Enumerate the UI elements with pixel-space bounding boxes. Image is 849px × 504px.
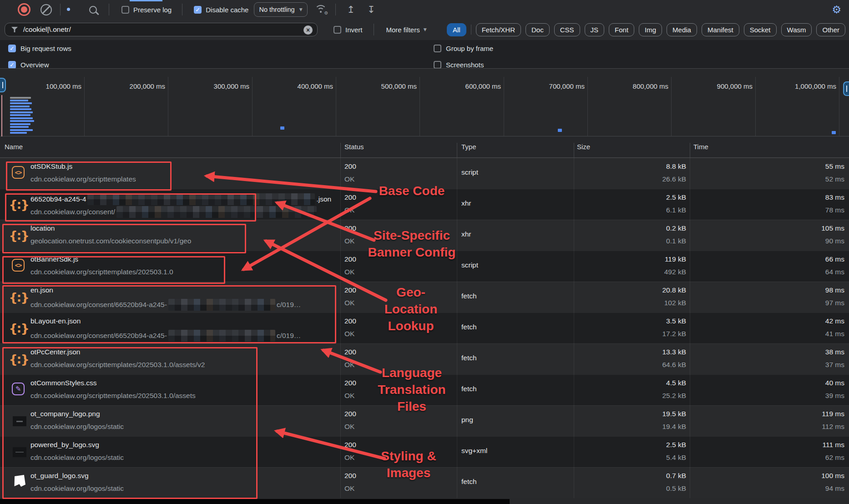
request-size-transferred: 492 kB (664, 268, 686, 276)
network-toolbar: Preserve log ✓ Disable cache No throttli… (0, 0, 849, 20)
request-type: xhr (461, 230, 471, 238)
request-row[interactable]: ot_company_logo.png cdn.cookielaw.org/lo… (0, 405, 849, 436)
request-name: otPcCenter.json (30, 348, 80, 356)
invert-checkbox[interactable]: Invert (334, 26, 363, 34)
column-divider (574, 158, 574, 498)
status-text: OK (344, 392, 354, 400)
timeline-tick: 900,000 ms (684, 82, 753, 90)
request-row[interactable]: <> otBannerSdk.js cdn.cookielaw.org/scri… (0, 251, 849, 282)
big-request-rows-checkbox[interactable]: ✓ Big request rows (8, 45, 71, 52)
request-row[interactable]: {:} 66520b94-a245-4.json cdn.cookielaw.o… (0, 189, 849, 220)
status-code: 200 (344, 472, 356, 480)
screenshots-checkbox[interactable]: Screenshots (434, 61, 484, 69)
filter-pill-other[interactable]: Other (816, 23, 845, 36)
timeline-tick: 1,000,000 ms (768, 82, 836, 90)
request-size: 2.5 kB (666, 193, 686, 202)
timeline-tick: 800,000 ms (600, 82, 668, 90)
import-har-icon[interactable]: ↥ (347, 5, 355, 14)
request-row[interactable]: {:} otPcCenter.json cdn.cookielaw.org/sc… (0, 343, 849, 374)
throttling-value: No throttling (259, 6, 294, 13)
filter-input[interactable]: /cookiel|\.onetr/ × (5, 23, 318, 36)
network-conditions-icon[interactable]: ⚙ (315, 5, 327, 14)
request-row[interactable]: ot_guard_logo.svg cdn.cookielaw.org/logo… (0, 467, 849, 498)
json-file-icon: {:} (11, 225, 26, 246)
column-header-type[interactable]: Type (461, 143, 476, 151)
filter-pill-socket[interactable]: Socket (744, 23, 777, 36)
request-url: cdn.cookielaw.org/scripttemplates/202503… (30, 268, 173, 276)
group-by-frame-checkbox[interactable]: Group by frame (434, 45, 493, 52)
funnel-icon (11, 27, 18, 32)
request-row[interactable]: {:} en.json cdn.cookielaw.org/consent/66… (0, 282, 849, 312)
overview-left-handle[interactable] (0, 78, 6, 92)
status-text: OK (344, 268, 354, 276)
gridline (84, 77, 85, 136)
request-name: powered_by_logo.svg (30, 441, 99, 449)
request-time: 55 ms (825, 162, 844, 171)
column-divider[interactable] (457, 143, 457, 157)
scrollbar-thumb[interactable] (0, 499, 510, 504)
filter-pill-wasm[interactable]: Wasm (781, 23, 812, 36)
request-time: 42 ms (825, 317, 844, 325)
clear-filter-icon[interactable]: × (303, 25, 313, 35)
overview-right-handle[interactable] (843, 81, 849, 96)
thumbnail-content (16, 421, 23, 422)
overview-checkbox[interactable]: ✓ Overview (8, 61, 49, 69)
status-text: OK (344, 454, 354, 462)
request-row[interactable]: {:} bLayout-en.json cdn.cookielaw.org/co… (0, 312, 849, 343)
record-icon[interactable] (18, 3, 30, 16)
timeline-tick: 300,000 ms (181, 82, 249, 90)
filter-pill-media[interactable]: Media (667, 23, 697, 36)
settings-gear-icon[interactable]: ⚙ (832, 4, 841, 15)
search-icon[interactable] (89, 6, 97, 14)
column-divider[interactable] (574, 143, 574, 157)
json-file-icon: {:} (11, 194, 26, 215)
horizontal-scrollbar[interactable] (0, 498, 849, 504)
filter-pill-css[interactable]: CSS (554, 23, 580, 36)
status-code: 200 (344, 410, 356, 418)
filter-pill-doc[interactable]: Doc (526, 23, 550, 36)
request-type-filters: All Fetch/XHR Doc CSS JS Font Img Media … (447, 23, 845, 36)
request-url: cdn.cookielaw.org/scripttemplates/202503… (30, 361, 205, 369)
request-row[interactable]: ✎ otCommonStyles.css cdn.cookielaw.org/s… (0, 374, 849, 405)
column-header-name[interactable]: Name (5, 143, 23, 151)
request-row[interactable]: {:} location geolocation.onetrust.com/co… (0, 220, 849, 251)
preserve-log-checkbox[interactable]: Preserve log (121, 6, 172, 14)
filter-pill-img[interactable]: Img (639, 23, 662, 36)
request-time: 83 ms (825, 193, 844, 202)
filter-bar: /cookiel|\.onetr/ × Invert More filters … (0, 19, 849, 40)
status-code: 200 (344, 379, 356, 387)
toolbar-divider (109, 4, 109, 15)
gridline (587, 77, 588, 136)
shield-logo-thumbnail-icon (13, 476, 26, 486)
status-code: 200 (344, 162, 356, 171)
filter-pill-manifest[interactable]: Manifest (702, 23, 739, 36)
column-header-status[interactable]: Status (344, 143, 364, 151)
chevron-down-icon: ▼ (424, 27, 427, 32)
filter-pill-all[interactable]: All (447, 23, 466, 36)
request-row[interactable]: powered_by_logo.svg cdn.cookielaw.org/lo… (0, 436, 849, 467)
filter-pill-font[interactable]: Font (609, 23, 634, 36)
request-row[interactable]: <> otSDKStub.js cdn.cookielaw.org/script… (0, 158, 849, 189)
column-header-time[interactable]: Time (693, 143, 708, 151)
column-header-size[interactable]: Size (577, 143, 590, 151)
request-size-transferred: 5.4 kB (666, 454, 686, 462)
json-file-icon: {:} (11, 318, 26, 338)
request-time-latency: 97 ms (825, 299, 844, 307)
disable-cache-checkbox[interactable]: ✓ Disable cache (194, 6, 248, 14)
column-divider[interactable] (340, 143, 341, 157)
throttling-select[interactable]: No throttling ▼ (254, 2, 307, 17)
column-divider[interactable] (690, 143, 690, 157)
filter-pill-js[interactable]: JS (585, 23, 605, 36)
column-divider (457, 158, 457, 498)
clear-network-log-icon[interactable] (40, 4, 52, 15)
request-time-latency: 41 ms (825, 330, 844, 338)
export-har-icon[interactable]: ↧ (367, 5, 375, 14)
request-time: 119 ms (822, 410, 844, 418)
overview-timeline[interactable]: 100,000 ms 200,000 ms 300,000 ms 400,000… (0, 68, 849, 136)
filter-pill-fetch-xhr[interactable]: Fetch/XHR (476, 23, 521, 36)
more-filters-button[interactable]: More filters ▼ (386, 26, 427, 34)
redacted-blur (116, 206, 317, 218)
status-code: 200 (344, 348, 356, 356)
timeline-tick: 200,000 ms (97, 82, 165, 90)
request-time: 105 ms (821, 224, 844, 232)
